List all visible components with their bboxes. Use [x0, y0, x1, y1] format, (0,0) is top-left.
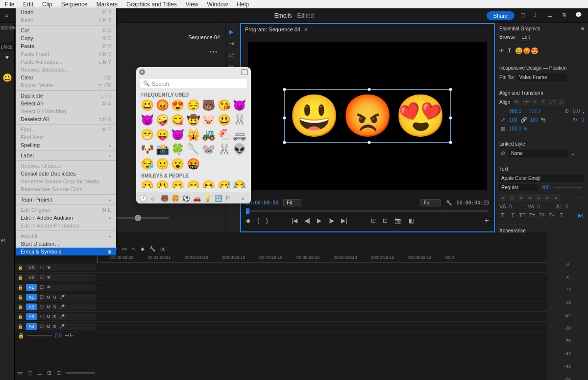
underline-button[interactable]: T: [558, 212, 565, 219]
menu-item-team-project[interactable]: Team Project▸: [16, 196, 116, 203]
toggle-icon[interactable]: ☐: [40, 295, 44, 300]
track-head-a4[interactable]: 🔒A4☐MS🎤: [15, 323, 96, 330]
anchor-val[interactable]: 0.0: [573, 108, 580, 114]
track-head-a1[interactable]: 🔒A1☐MS🎤: [15, 294, 96, 301]
mic-icon[interactable]: 🎤: [59, 295, 65, 300]
flags-cat-icon[interactable]: 🏳: [225, 195, 232, 202]
export-icon[interactable]: ⤴: [534, 12, 542, 20]
beaker-icon[interactable]: ⚗: [562, 12, 569, 20]
emoji-cell[interactable]: 🚜: [202, 128, 216, 142]
clock-icon[interactable]: 🕐: [139, 195, 146, 202]
emoji-cell[interactable]: 😃: [217, 113, 231, 127]
step-back-button[interactable]: ◀|: [304, 217, 310, 224]
emoji-cell[interactable]: 😂: [233, 179, 246, 188]
menu-window[interactable]: Window: [207, 1, 228, 8]
track-select-icon[interactable]: ⇥: [229, 40, 237, 48]
program-viewer[interactable]: 😃 😡 😍: [248, 42, 487, 190]
more-dots-icon[interactable]: •••: [209, 49, 218, 54]
emoji-cell[interactable]: 🐰: [217, 143, 231, 156]
selection-tool-icon[interactable]: ▶: [229, 28, 237, 36]
camera-button[interactable]: 📷: [394, 217, 402, 224]
home-icon[interactable]: ⌂: [5, 12, 13, 20]
baseline-val[interactable]: 0: [565, 204, 568, 209]
icon-view-icon[interactable]: ⊞: [47, 370, 51, 376]
emoji-cell[interactable]: 🤠: [186, 113, 200, 127]
toggle-icon[interactable]: ☐: [40, 275, 44, 280]
menu-edit[interactable]: Edit: [23, 1, 33, 8]
menu-item-emoji-symbols[interactable]: Emoji & Symbols⊕: [16, 248, 116, 255]
in-button[interactable]: {: [257, 217, 259, 224]
emoji-cell[interactable]: 😆: [202, 179, 216, 188]
track-label[interactable]: V1: [26, 284, 37, 291]
emoji-cell[interactable]: 🐔: [217, 128, 231, 142]
wrench-icon[interactable]: 🔧: [149, 246, 155, 252]
timecode-left[interactable]: 00:00:00:00: [246, 200, 278, 205]
emoji-cell[interactable]: 👽: [233, 143, 246, 156]
program-scrubber[interactable]: [246, 210, 489, 212]
track-label[interactable]: V3: [26, 264, 37, 271]
solo-button[interactable]: S: [53, 304, 56, 309]
eye-icon[interactable]: 👁: [47, 265, 51, 270]
emoji-cell[interactable]: 👿: [233, 99, 246, 112]
mute-button[interactable]: M: [47, 324, 50, 329]
goto-out-button[interactable]: ▶|: [341, 217, 347, 224]
menu-item-consolidate-duplicates[interactable]: Consolidate Duplicates: [16, 170, 116, 177]
mute-button[interactable]: M: [47, 314, 50, 319]
eye-icon[interactable]: 👁: [47, 285, 51, 290]
emoji-cell[interactable]: 😅: [217, 179, 231, 188]
emoji-cell[interactable]: 🤬: [186, 157, 200, 171]
lock-icon[interactable]: 🔒: [18, 324, 23, 329]
emoji-cell[interactable]: 🙀: [186, 128, 200, 142]
program-quality-select[interactable]: Full: [420, 199, 441, 206]
zoom-slider[interactable]: [66, 372, 95, 374]
eye-icon[interactable]: 👁: [47, 275, 51, 280]
menu-item-edit-in-adobe-audition[interactable]: Edit in Adobe Audition▸: [16, 214, 116, 222]
text-center-button[interactable]: ≡: [508, 194, 516, 201]
lift-button[interactable]: ⊟: [371, 217, 376, 224]
emoji-search-input[interactable]: 🔍 Search: [140, 79, 247, 88]
emoji-cell[interactable]: 🐻: [202, 99, 216, 112]
menu-item-cut[interactable]: Cut⌘ X: [16, 26, 116, 34]
emoji-cell[interactable]: 🐰: [233, 113, 246, 127]
travel-cat-icon[interactable]: 🚗: [193, 195, 200, 202]
scrub-handle[interactable]: [135, 215, 141, 221]
menu-graphics-titles[interactable]: Graphics and Titles: [126, 1, 177, 8]
toggle-icon[interactable]: ☐: [40, 265, 44, 270]
track-head-v2[interactable]: 🔒V2☐👁: [15, 274, 96, 281]
track-label[interactable]: A2: [26, 304, 37, 310]
emoji-cell[interactable]: 🥄: [186, 143, 200, 156]
font-weight-select[interactable]: [499, 184, 539, 191]
freeform-icon[interactable]: ⊡: [56, 370, 61, 376]
eye-icon[interactable]: 👁: [499, 48, 504, 53]
emoji-cell[interactable]: 😄: [171, 179, 185, 188]
lock-icon[interactable]: 🔒: [18, 295, 23, 300]
text-jl-button[interactable]: ≡: [535, 194, 542, 201]
audio-zoom[interactable]: [27, 335, 52, 336]
lock-icon[interactable]: 🔒: [18, 314, 23, 319]
align-right-button[interactable]: ⊣: [531, 99, 539, 105]
kerning-val[interactable]: 0: [538, 204, 540, 209]
italic-button[interactable]: T: [509, 212, 516, 219]
track-label[interactable]: A3: [26, 313, 37, 320]
list-view-icon[interactable]: ☰: [37, 370, 42, 376]
emoji-cell[interactable]: 😛: [155, 128, 169, 142]
chevron-down-icon[interactable]: ⌄: [571, 151, 575, 156]
ripple-edit-icon[interactable]: ⇄: [229, 51, 237, 59]
picker-expand-button[interactable]: [241, 69, 248, 75]
text-jr-button[interactable]: ≡: [552, 194, 560, 201]
emoji-cell[interactable]: 😁: [140, 128, 154, 142]
objects-cat-icon[interactable]: 💡: [204, 195, 211, 202]
more-text-icon[interactable]: ⋯: [577, 194, 584, 201]
cc-icon[interactable]: cc: [160, 246, 165, 252]
snap-icon[interactable]: ⊶: [122, 246, 127, 252]
new-bin-icon[interactable]: ▭: [18, 370, 23, 376]
new-item-icon[interactable]: ▢: [27, 370, 32, 376]
smallcaps-button[interactable]: Tᴛ: [529, 212, 536, 219]
linked-style-select[interactable]: [509, 150, 568, 157]
align-hc-button[interactable]: ⊣⊢: [522, 99, 530, 105]
eg-menu-icon[interactable]: ≡: [581, 26, 584, 31]
toggle-icon[interactable]: ☐: [40, 304, 44, 309]
lock-icon[interactable]: 🔒: [18, 304, 23, 309]
emoji-cell[interactable]: 😃: [155, 179, 169, 188]
emoji-cell[interactable]: [233, 157, 246, 171]
